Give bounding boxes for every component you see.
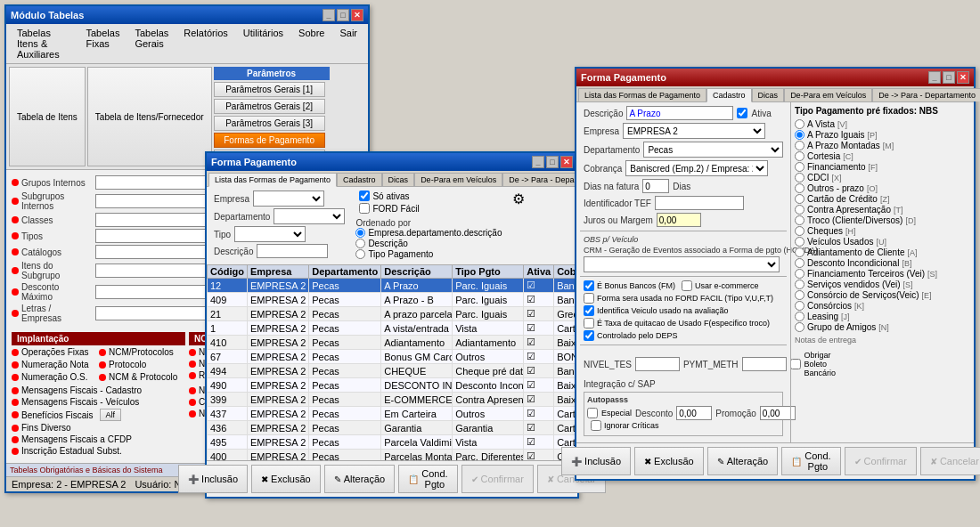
radio-4[interactable] — [795, 162, 804, 172]
menu-sobre[interactable]: Sobre — [291, 26, 331, 61]
desc-filter-input[interactable] — [257, 244, 328, 258]
menu-tabelas-gerais[interactable]: Tabelas Gerais — [127, 26, 176, 61]
ativa-checkbox[interactable] — [737, 108, 747, 118]
especial-cb[interactable] — [587, 408, 598, 418]
table-row[interactable]: 1 EMPRESA 2 Pecas A vista/entrada Vista … — [208, 321, 578, 336]
table-row[interactable]: 400 EMPRESA 2 Pecas Parcelas Montadas AA… — [208, 450, 578, 461]
menu-tabelas-itens[interactable]: Tabelas Itens & Auxiliares — [10, 26, 78, 61]
radio-19[interactable] — [795, 322, 804, 332]
table-row[interactable]: 495 EMPRESA 2 Pecas Parcela Valdimir 30/… — [208, 435, 578, 450]
taxa-quitacao-cb[interactable] — [584, 318, 594, 328]
close-button[interactable]: ✕ — [351, 9, 363, 21]
crm-select[interactable] — [584, 256, 780, 272]
cond-pgto-btn[interactable]: 📋 Cond. Pgto — [398, 465, 457, 493]
table-minimize-btn[interactable]: _ — [532, 156, 544, 168]
table-row[interactable]: 436 EMPRESA 2 Pecas Garantia Garantia ☑ … — [208, 421, 578, 435]
radio-10[interactable] — [795, 226, 804, 236]
minimize-button[interactable]: _ — [323, 9, 335, 21]
radio-16[interactable] — [795, 290, 804, 300]
big-tab-dicas[interactable]: Dicas — [752, 88, 785, 101]
table-scroll[interactable]: Código Empresa Departamento Descrição Ti… — [207, 264, 577, 460]
departamento-select[interactable]: Pecas — [643, 142, 783, 158]
tab-depara-veic[interactable]: De-Para em Veículos — [414, 173, 502, 186]
params-gerais-1-btn[interactable]: Parâmetros Gerais [1] — [214, 82, 325, 97]
alteracao-btn[interactable]: ✎ Alteração — [324, 465, 395, 493]
params-gerais-2-btn[interactable]: Parâmetros Gerais [2] — [214, 99, 325, 114]
exclusao-btn[interactable]: ✖ Exclusão — [251, 465, 321, 493]
big-inclusao-btn[interactable]: ➕ Inclusão — [561, 447, 631, 475]
ignorar-criticas-cb[interactable] — [591, 420, 601, 431]
nivel-input[interactable] — [635, 357, 680, 371]
table-row[interactable]: 12 EMPRESA 2 Pecas A Prazo Parc. Iguais … — [208, 279, 578, 293]
ford-facil-cb[interactable] — [584, 293, 594, 304]
table-row[interactable]: 410 EMPRESA 2 Pecas Adiantamento Adianta… — [208, 336, 578, 350]
params-gerais-3-btn[interactable]: Parâmetros Gerais [3] — [214, 116, 325, 131]
so-ativas-checkbox[interactable] — [359, 191, 370, 201]
table-row[interactable]: 437 EMPRESA 2 Pecas Em Carteira Outros ☑… — [208, 407, 578, 421]
table-row[interactable]: 21 EMPRESA 2 Pecas A prazo parcelas igua… — [208, 307, 578, 321]
radio-3[interactable] — [795, 151, 804, 161]
big-close-btn[interactable]: ✕ — [957, 71, 969, 84]
big-alteracao-btn[interactable]: ✎ Alteração — [707, 447, 778, 475]
table-row[interactable]: 67 EMPRESA 2 Pecas Bonus GM Card Outros … — [208, 350, 578, 364]
radio-1[interactable] — [795, 130, 804, 140]
descricao-input[interactable] — [626, 106, 733, 120]
big-tab-depara-veic[interactable]: De-Para em Veículos — [784, 88, 872, 101]
tab-cadastro[interactable]: Cadastro — [337, 173, 382, 186]
confirmar-btn[interactable]: ✔ Confirmar — [461, 465, 534, 493]
identifica-veiculo-cb[interactable] — [584, 305, 594, 316]
juros-input[interactable] — [657, 213, 701, 227]
table-row[interactable]: 409 EMPRESA 2 Pecas A Prazo - B Parc. Ig… — [208, 293, 578, 307]
usar-ecommerce-checkbox[interactable] — [682, 280, 692, 291]
grupos-internos-input[interactable] — [95, 175, 214, 190]
radio-18[interactable] — [795, 312, 804, 321]
radio-descricao-input[interactable] — [355, 239, 365, 248]
radio-0[interactable] — [795, 119, 804, 129]
table-maximize-btn[interactable]: □ — [546, 156, 559, 168]
desconto-maximo-input[interactable] — [95, 285, 214, 299]
table-close-btn[interactable]: ✕ — [560, 156, 573, 168]
tabela-itens-fornecedor-btn[interactable]: Tabela de Itens/Fornecedor — [87, 67, 212, 166]
tab-dicas[interactable]: Dicas — [382, 173, 415, 186]
id-tef-input[interactable] — [655, 196, 744, 210]
table-row[interactable]: 399 EMPRESA 2 Pecas E-COMMERCE Contra Ap… — [208, 393, 578, 407]
big-maximize-btn[interactable]: □ — [943, 71, 955, 84]
letras-empresas-input[interactable] — [95, 306, 214, 320]
big-tab-lista[interactable]: Lista das Formas de Pagamento — [578, 88, 706, 101]
menu-sair[interactable]: Sair — [332, 26, 364, 61]
menu-relatorios[interactable]: Relatórios — [176, 26, 235, 61]
dias-fatura-input[interactable] — [642, 179, 669, 193]
tab-lista[interactable]: Lista das Formas de Pagamento — [208, 173, 337, 187]
radio-17[interactable] — [795, 301, 804, 311]
radio-5[interactable] — [795, 173, 804, 182]
menu-utilitarios[interactable]: Utilitários — [236, 26, 290, 61]
radio-empresa-depto-input[interactable] — [355, 228, 365, 238]
tabela-itens-btn[interactable]: Tabela de Itens — [9, 67, 86, 166]
radio-13[interactable] — [795, 258, 804, 268]
bonus-bancos-checkbox[interactable] — [584, 280, 594, 291]
ford-facil-checkbox[interactable] — [359, 203, 370, 214]
desconto-input[interactable] — [676, 406, 712, 420]
inclusao-btn[interactable]: ➕ Inclusão — [178, 465, 248, 493]
alf-btn[interactable]: Alf — [100, 409, 122, 421]
radio-12[interactable] — [795, 247, 804, 257]
menu-tabelas-fixas[interactable]: Tabelas Fixas — [78, 26, 127, 61]
radio-tipo-pgto-input[interactable] — [355, 249, 365, 259]
classes-input[interactable] — [95, 213, 214, 227]
radio-14[interactable] — [795, 269, 804, 279]
big-exclusao-btn[interactable]: ✖ Exclusão — [634, 447, 704, 475]
catalogos-input[interactable] — [95, 245, 214, 259]
tipos-input[interactable] — [95, 229, 214, 243]
big-cond-pgto-btn[interactable]: 📋 Cond. Pgto — [781, 447, 840, 475]
pymt-input[interactable] — [742, 357, 787, 371]
big-confirmar-btn[interactable]: ✔ Confirmar — [845, 447, 917, 475]
big-cancelar-btn[interactable]: ✘ Cancelar — [920, 447, 980, 475]
radio-2[interactable] — [795, 141, 804, 150]
table-row[interactable]: 494 EMPRESA 2 Pecas CHEQUE Cheque pré da… — [208, 364, 578, 378]
cobranca-select[interactable]: Baniscred (Emp.2) / Empresa: 2 — [625, 160, 768, 176]
itens-subgrupo-input[interactable] — [95, 264, 214, 278]
subgrupos-input[interactable] — [95, 194, 214, 208]
radio-9[interactable] — [795, 215, 804, 225]
table-row[interactable]: 490 EMPRESA 2 Pecas DESCONTO INCONDICION… — [208, 378, 578, 393]
big-tab-cadastro[interactable]: Cadastro — [706, 88, 752, 102]
